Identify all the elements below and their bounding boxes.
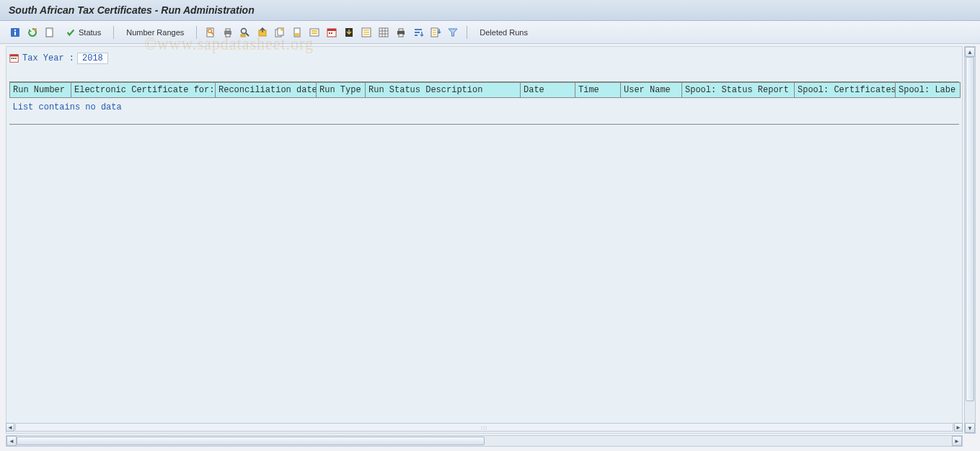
display-icon[interactable] xyxy=(203,25,218,40)
number-ranges-label: Number Ranges xyxy=(126,28,184,37)
col-time[interactable]: Time xyxy=(575,83,621,98)
svg-rect-8 xyxy=(226,29,230,31)
table-header-row: Run Number Electronic Certificate for: R… xyxy=(10,83,961,98)
info-icon[interactable] xyxy=(7,25,23,40)
empty-message: List contains no data xyxy=(10,98,961,125)
deleted-runs-button[interactable]: Deleted Runs xyxy=(473,24,534,40)
scroll-track[interactable]: ::: xyxy=(15,423,953,432)
runs-table: Run Number Electronic Certificate for: R… xyxy=(9,82,961,124)
page-title: South African Tax Certificates - Run Adm… xyxy=(9,4,255,16)
scroll-track[interactable] xyxy=(965,57,975,423)
svg-rect-42 xyxy=(13,58,14,59)
inner-horizontal-scrollbar[interactable]: ◄ ::: ► xyxy=(6,422,963,432)
svg-rect-27 xyxy=(363,30,369,31)
scroll-right-icon[interactable]: ► xyxy=(954,423,963,432)
title-bar: South African Tax Certificates - Run Adm… xyxy=(0,0,980,21)
sort-desc-icon[interactable] xyxy=(428,25,443,40)
toolbar-separator xyxy=(467,26,467,39)
svg-rect-23 xyxy=(329,32,330,34)
toolbar-separator xyxy=(196,26,197,39)
svg-rect-1 xyxy=(14,30,16,31)
calendar-icon[interactable] xyxy=(324,25,340,40)
download-icon[interactable] xyxy=(341,25,357,40)
attachment-icon[interactable] xyxy=(289,25,305,40)
sort-asc-icon[interactable] xyxy=(410,25,426,40)
svg-rect-22 xyxy=(327,29,336,31)
col-spool-certificates[interactable]: Spool: Certificates xyxy=(795,83,896,98)
svg-rect-9 xyxy=(226,34,230,37)
toolbar-separator xyxy=(113,26,114,39)
scroll-down-icon[interactable]: ▼ xyxy=(965,423,975,433)
svg-point-15 xyxy=(281,28,283,31)
col-spool-label[interactable]: Spool: Labe xyxy=(896,83,961,98)
svg-rect-2 xyxy=(14,32,16,35)
svg-rect-11 xyxy=(241,35,245,37)
tax-year-row: Tax Year : 2018 xyxy=(6,47,962,67)
scroll-thumb[interactable] xyxy=(966,57,974,401)
col-user-name[interactable]: User Name xyxy=(621,83,682,98)
selection-icon[interactable] xyxy=(306,25,322,40)
status-button[interactable]: Status xyxy=(59,24,107,40)
scroll-right-icon[interactable]: ► xyxy=(952,436,962,446)
list-icon[interactable] xyxy=(358,25,374,40)
status-button-label: Status xyxy=(79,28,101,37)
horizontal-scrollbar[interactable]: ◄ ► xyxy=(6,435,963,447)
print-icon[interactable] xyxy=(220,25,236,40)
svg-point-10 xyxy=(242,28,247,33)
data-table-wrapper: Run Number Electronic Certificate for: R… xyxy=(9,81,959,125)
scroll-left-icon[interactable]: ◄ xyxy=(6,436,17,446)
table-empty-row: List contains no data xyxy=(10,98,961,125)
toolbar: Status Number Ranges Deleted Runs xyxy=(0,21,980,44)
svg-rect-36 xyxy=(399,29,403,31)
svg-rect-28 xyxy=(363,32,369,33)
find-icon[interactable] xyxy=(237,25,253,40)
scroll-track[interactable] xyxy=(17,436,952,446)
tax-year-label: Tax Year : xyxy=(22,53,74,63)
tax-year-value: 2018 xyxy=(77,53,108,64)
deleted-runs-label: Deleted Runs xyxy=(480,28,528,37)
scroll-up-icon[interactable]: ▲ xyxy=(965,47,975,57)
svg-rect-29 xyxy=(363,34,369,35)
svg-rect-37 xyxy=(399,34,403,37)
scroll-grip-icon: ::: xyxy=(481,424,488,431)
svg-rect-41 xyxy=(12,58,13,59)
col-run-type[interactable]: Run Type xyxy=(317,83,366,98)
vertical-scrollbar[interactable]: ▲ ▼ xyxy=(964,46,976,434)
copy-icon[interactable] xyxy=(272,25,288,40)
svg-rect-24 xyxy=(331,32,332,34)
number-ranges-button[interactable]: Number Ranges xyxy=(120,24,190,40)
calendar-small-icon xyxy=(9,53,19,63)
svg-rect-43 xyxy=(15,58,17,59)
col-reconciliation-date[interactable]: Reconciliation date xyxy=(216,83,317,98)
svg-point-3 xyxy=(34,28,37,31)
svg-rect-40 xyxy=(10,55,18,57)
col-date[interactable]: Date xyxy=(521,83,575,98)
svg-rect-17 xyxy=(295,33,299,36)
spreadsheet-icon[interactable] xyxy=(376,25,392,40)
svg-rect-19 xyxy=(312,30,317,32)
col-run-number[interactable]: Run Number xyxy=(10,83,71,98)
col-spool-status[interactable]: Spool: Status Report xyxy=(682,83,795,98)
scroll-left-icon[interactable]: ◄ xyxy=(6,423,14,432)
col-electronic-cert[interactable]: Electronic Certificate for: xyxy=(71,83,216,98)
filter-icon[interactable] xyxy=(445,25,461,40)
scroll-thumb[interactable] xyxy=(17,437,485,445)
export-icon[interactable] xyxy=(255,25,270,40)
content-area: Tax Year : 2018 Run Number Electronic Ce… xyxy=(6,46,963,434)
create-icon[interactable] xyxy=(42,25,58,40)
print-preview-icon[interactable] xyxy=(393,25,409,40)
svg-rect-30 xyxy=(379,28,388,37)
col-run-status[interactable]: Run Status Description xyxy=(366,83,521,98)
svg-rect-20 xyxy=(312,32,317,34)
refresh-icon[interactable] xyxy=(25,25,40,40)
